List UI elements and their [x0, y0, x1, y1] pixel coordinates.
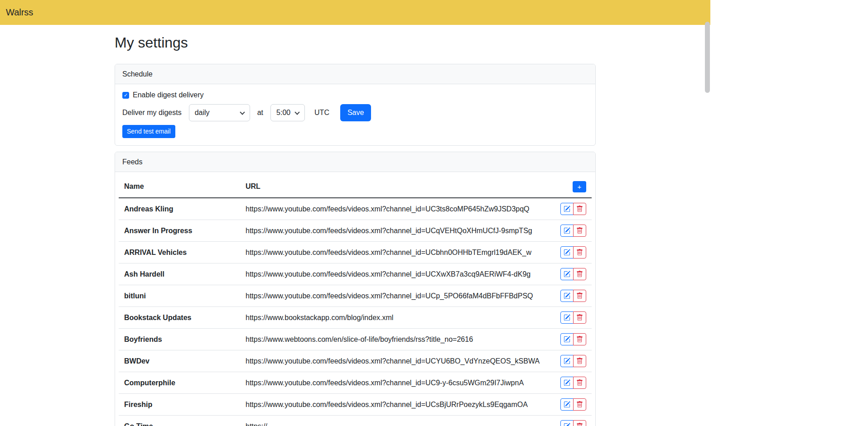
pencil-square-icon: [564, 379, 570, 386]
trash-icon: [576, 336, 583, 343]
feed-name: Answer In Progress: [119, 220, 240, 242]
save-button[interactable]: Save: [340, 104, 371, 121]
feed-name: Fireship: [119, 394, 240, 416]
at-label: at: [257, 109, 263, 117]
pencil-square-icon: [564, 423, 570, 426]
feeds-table-body: Andreas Kling https://www.youtube.com/fe…: [119, 198, 592, 426]
trash-icon: [576, 401, 583, 408]
edit-feed-button[interactable]: [560, 420, 574, 426]
delete-feed-button[interactable]: [573, 290, 586, 302]
schedule-card-body: ✓ Enable digest delivery Deliver my dige…: [115, 84, 595, 145]
trash-icon: [576, 423, 583, 426]
pencil-square-icon: [564, 314, 570, 321]
feed-actions: [546, 372, 592, 394]
feed-actions-group: [560, 290, 586, 302]
trash-icon: [576, 249, 583, 256]
navbar: Walrss: [0, 0, 710, 25]
edit-feed-button[interactable]: [560, 311, 574, 324]
delete-feed-button[interactable]: [573, 398, 586, 411]
frequency-select[interactable]: daily: [189, 104, 250, 121]
table-row: Computerphile https://www.youtube.com/fe…: [119, 372, 592, 394]
edit-feed-button[interactable]: [560, 268, 574, 280]
pencil-square-icon: [564, 249, 570, 256]
edit-feed-button[interactable]: [560, 290, 574, 302]
feed-url: https://www.bookstackapp.com/blog/index.…: [240, 307, 546, 329]
time-select[interactable]: 5:00: [270, 104, 305, 121]
feed-actions: [546, 350, 592, 372]
edit-feed-button[interactable]: [560, 333, 574, 345]
pencil-square-icon: [564, 271, 570, 278]
feed-url: https://www.youtube.com/feeds/videos.xml…: [240, 242, 546, 263]
feed-url: https://www.youtube.com/feeds/videos.xml…: [240, 198, 546, 220]
table-row: Andreas Kling https://www.youtube.com/fe…: [119, 198, 592, 220]
feed-name: Bookstack Updates: [119, 307, 240, 329]
edit-feed-button[interactable]: [560, 203, 574, 215]
feeds-table: Name URL + Andreas Kling https://w: [119, 176, 592, 426]
timezone-label: UTC: [314, 109, 329, 117]
trash-icon: [576, 358, 583, 364]
pencil-square-icon: [564, 227, 570, 234]
feed-actions: [546, 242, 592, 263]
delete-feed-button[interactable]: [573, 377, 586, 389]
schedule-card: Schedule ✓ Enable digest delivery Delive…: [115, 64, 596, 146]
feed-actions: [546, 307, 592, 329]
time-select-value: 5:00: [276, 109, 290, 117]
schedule-card-header: Schedule: [115, 64, 595, 84]
feed-name: Ash Hardell: [119, 263, 240, 285]
pencil-square-icon: [564, 358, 570, 364]
feed-actions: [546, 263, 592, 285]
add-feed-button[interactable]: +: [573, 181, 586, 192]
table-row: Answer In Progress https://www.youtube.c…: [119, 220, 592, 242]
table-row: Go Time https://…: [119, 416, 592, 426]
edit-feed-button[interactable]: [560, 398, 574, 411]
table-row: Bookstack Updates https://www.bookstacka…: [119, 307, 592, 329]
table-row: Ash Hardell https://www.youtube.com/feed…: [119, 263, 592, 285]
feed-actions-group: [560, 203, 586, 215]
delete-feed-button[interactable]: [573, 333, 586, 345]
chevron-down-icon: [294, 110, 299, 115]
feeds-card-body: Name URL + Andreas Kling https://w: [115, 172, 595, 426]
table-row: bitluni https://www.youtube.com/feeds/vi…: [119, 285, 592, 307]
trash-icon: [576, 206, 583, 212]
feed-actions: [546, 416, 592, 426]
feed-name: Boyfriends: [119, 329, 240, 350]
delete-feed-button[interactable]: [573, 203, 586, 215]
feed-actions-group: [560, 246, 586, 258]
check-icon: ✓: [124, 93, 128, 98]
delete-feed-button[interactable]: [573, 225, 586, 237]
brand-link[interactable]: Walrss: [6, 7, 33, 18]
enable-digest-label: Enable digest delivery: [133, 91, 204, 99]
send-test-email-button[interactable]: Send test email: [122, 125, 175, 138]
pencil-square-icon: [564, 292, 570, 299]
app-window: Walrss My settings Schedule ✓ Enable dig…: [0, 0, 710, 426]
feed-actions-group: [560, 268, 586, 280]
edit-feed-button[interactable]: [560, 377, 574, 389]
pencil-square-icon: [564, 206, 570, 212]
feeds-table-header-row: Name URL +: [119, 176, 592, 198]
delete-feed-button[interactable]: [573, 246, 586, 258]
feed-url: https://www.webtoons.com/en/slice-of-lif…: [240, 329, 546, 350]
edit-feed-button[interactable]: [560, 355, 574, 367]
feed-actions: [546, 198, 592, 220]
table-row: Fireship https://www.youtube.com/feeds/v…: [119, 394, 592, 416]
delivery-controls-row: Deliver my digests daily at 5:00 UTC Sav…: [122, 104, 588, 121]
delete-feed-button[interactable]: [573, 311, 586, 324]
feed-name: BWDev: [119, 350, 240, 372]
feed-actions-group: [560, 311, 586, 324]
feed-name: Go Time: [119, 416, 240, 426]
feed-actions: [546, 394, 592, 416]
edit-feed-button[interactable]: [560, 246, 574, 258]
trash-icon: [576, 271, 583, 278]
trash-icon: [576, 379, 583, 386]
feed-actions-group: [560, 377, 586, 389]
edit-feed-button[interactable]: [560, 225, 574, 237]
delete-feed-button[interactable]: [573, 420, 586, 426]
vertical-scrollbar-thumb[interactable]: [705, 22, 710, 93]
feed-url: https://www.youtube.com/feeds/videos.xml…: [240, 220, 546, 242]
feed-actions-group: [560, 398, 586, 411]
feed-actions: [546, 329, 592, 350]
delete-feed-button[interactable]: [573, 355, 586, 367]
delete-feed-button[interactable]: [573, 268, 586, 280]
enable-digest-checkbox[interactable]: ✓: [122, 92, 129, 99]
feeds-card: Feeds Name URL +: [115, 152, 596, 426]
